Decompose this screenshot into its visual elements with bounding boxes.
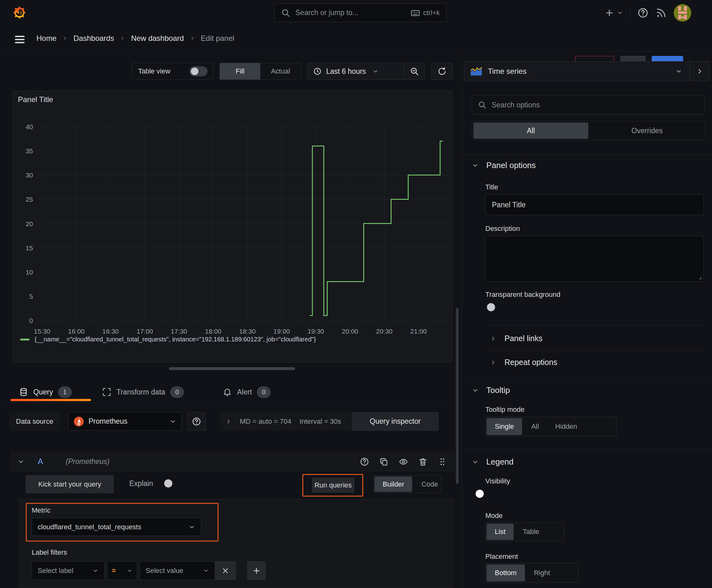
add-filter-button[interactable]: [247, 561, 265, 580]
tooltip-mode-single[interactable]: Single: [487, 418, 522, 435]
tooltip-mode-switch: Single All Hidden: [486, 417, 617, 436]
tab-alert[interactable]: Alert 0: [222, 384, 271, 400]
query-datasource-hint: (Prometheus): [66, 457, 109, 466]
tooltip-header[interactable]: Tooltip: [472, 385, 510, 395]
chevron-down-icon: [127, 568, 132, 573]
duplicate-query-icon[interactable]: [379, 457, 389, 466]
help-button[interactable]: [637, 7, 649, 19]
panel-options-header[interactable]: Panel options: [472, 161, 536, 170]
panel-title-input[interactable]: [486, 194, 704, 215]
chart-legend-item[interactable]: {__name__="cloudflared_tunnel_total_requ…: [20, 336, 316, 343]
help-icon: [637, 7, 649, 19]
global-search[interactable]: Search or jump to... ctrl+k: [274, 3, 447, 22]
avatar[interactable]: [674, 4, 691, 22]
query-inspector-button[interactable]: Query inspector: [352, 412, 438, 430]
editor-tabs: Query 1 Transform data 0 Alert 0: [0, 382, 461, 403]
active-tab-underline: [10, 399, 91, 401]
pane-resize-handle[interactable]: [169, 367, 295, 370]
description-label: Description: [486, 225, 520, 233]
select-value-dropdown[interactable]: Select value: [140, 561, 215, 580]
remove-filter-button[interactable]: [215, 561, 236, 580]
sidebar-divider: [462, 154, 712, 154]
fill-option[interactable]: Fill: [220, 63, 260, 80]
datasource-help-button[interactable]: [188, 412, 206, 430]
add-menu-button[interactable]: [604, 8, 623, 18]
builder-option[interactable]: Builder: [374, 477, 412, 492]
prometheus-icon: [73, 416, 84, 427]
toggle-visibility-icon[interactable]: [399, 457, 408, 466]
zoom-out-icon: [410, 67, 419, 76]
svg-text:25: 25: [26, 196, 33, 203]
news-button[interactable]: [655, 7, 667, 19]
breadcrumb-dashboards[interactable]: Dashboards: [73, 34, 114, 43]
legend-visibility-label: Visibility: [486, 477, 510, 485]
svg-text:21:00: 21:00: [410, 328, 427, 335]
grafana-logo[interactable]: [11, 4, 28, 21]
repeat-options-title: Repeat options: [504, 358, 557, 367]
sidebar-divider: [486, 325, 704, 326]
breadcrumb-home[interactable]: Home: [37, 34, 57, 43]
tab-alert-badge: 0: [257, 386, 271, 398]
code-option[interactable]: Code: [413, 476, 441, 493]
close-icon: [221, 567, 230, 575]
legend-header[interactable]: Legend: [472, 457, 514, 467]
tooltip-mode-hidden[interactable]: Hidden: [547, 417, 585, 436]
tab-transform-badge: 0: [170, 386, 184, 398]
legend-mode-table[interactable]: Table: [515, 523, 547, 541]
chevron-right-icon[interactable]: [225, 418, 232, 425]
table-view-toggle[interactable]: [189, 66, 208, 76]
query-ref-id[interactable]: A: [38, 457, 43, 466]
hamburger-icon: [14, 34, 25, 45]
chevron-down-icon: [675, 68, 682, 75]
legend-placement-bottom[interactable]: Bottom: [487, 564, 525, 582]
metric-select[interactable]: cloudflared_tunnel_total_requests: [32, 518, 201, 536]
legend-mode-switch: List Table: [486, 522, 564, 541]
table-view-label: Table view: [138, 67, 170, 76]
actual-option[interactable]: Actual: [260, 63, 301, 80]
query-help-icon[interactable]: [360, 457, 369, 466]
time-range-picker[interactable]: Last 6 hours: [307, 63, 404, 80]
chevron-down-icon: [372, 68, 379, 75]
svg-text:17:00: 17:00: [136, 328, 153, 335]
query-row-header[interactable]: A (Prometheus): [11, 452, 454, 471]
run-queries-button[interactable]: Run queries: [312, 478, 354, 492]
repeat-options-header[interactable]: Repeat options: [490, 358, 557, 367]
breadcrumb-new-dashboard[interactable]: New dashboard: [131, 34, 184, 43]
max-datapoints-stat: MD = auto = 704: [240, 417, 291, 426]
search-shortcut: ctrl+k: [411, 8, 440, 18]
visualization-picker[interactable]: Time series: [464, 61, 710, 81]
legend-mode-list[interactable]: List: [487, 524, 514, 540]
table-view-control: Table view: [132, 63, 214, 80]
title-label: Title: [486, 183, 498, 191]
search-options-field[interactable]: Search options: [472, 95, 705, 114]
tab-all[interactable]: All: [473, 123, 588, 139]
operator-dropdown[interactable]: =: [107, 561, 137, 580]
tooltip-mode-all[interactable]: All: [523, 417, 547, 436]
datasource-picker[interactable]: Prometheus: [68, 412, 182, 430]
zoom-out-time-button[interactable]: [404, 63, 425, 80]
chevron-down-icon: [472, 162, 479, 169]
drag-query-handle-icon[interactable]: [438, 457, 447, 466]
tooltip-mode-label: Tooltip mode: [486, 405, 524, 414]
menu-button[interactable]: [14, 34, 25, 45]
chevron-right-icon: [190, 36, 195, 41]
collapse-query-chevron-icon[interactable]: [18, 458, 24, 465]
tooltip-title: Tooltip: [486, 385, 510, 395]
panel-links-header[interactable]: Panel links: [490, 334, 542, 343]
chevron-right-icon: [120, 36, 125, 41]
delete-query-icon[interactable]: [418, 457, 428, 466]
description-textarea[interactable]: [486, 236, 704, 282]
tab-overrides[interactable]: Overrides: [589, 127, 705, 135]
legend-placement-right[interactable]: Right: [526, 564, 558, 582]
svg-text:20: 20: [26, 220, 33, 227]
select-label-dropdown[interactable]: Select label: [32, 561, 105, 580]
tab-query[interactable]: Query 1: [19, 384, 72, 400]
viz-suggestions-button[interactable]: [690, 67, 710, 75]
kickstart-query-button[interactable]: Kick start your query: [26, 475, 114, 493]
select-value-placeholder: Select value: [146, 567, 184, 575]
metric-label: Metric: [32, 506, 50, 514]
tab-transform[interactable]: Transform data 0: [102, 384, 184, 400]
chevron-right-icon: [490, 335, 496, 342]
refresh-button[interactable]: [431, 63, 453, 80]
chevron-down-icon: [92, 568, 99, 574]
